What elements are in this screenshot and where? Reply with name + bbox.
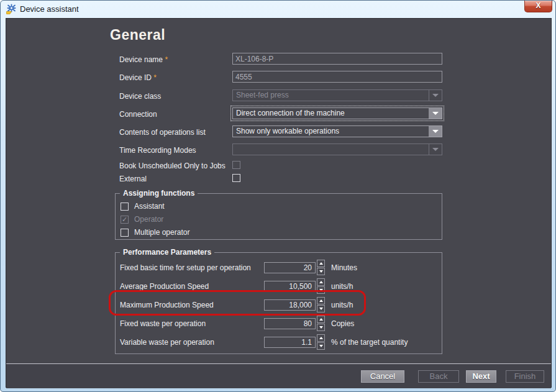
unit-label: units/h (331, 281, 353, 292)
title-bar[interactable]: Device assistant (1, 1, 555, 18)
device-name-label: Device name * (119, 53, 168, 65)
close-button[interactable]: X (524, 1, 552, 12)
spin-up-button[interactable] (317, 334, 325, 342)
dialog-content: General Device name * Device ID * Device… (6, 18, 552, 388)
spin-up-button[interactable] (317, 278, 325, 286)
assistant-row: Assistant (121, 201, 165, 211)
operations-list-label: Contents of operations list (119, 125, 206, 137)
chevron-down-icon[interactable] (429, 126, 442, 137)
required-marker: * (165, 55, 168, 64)
device-id-input[interactable] (232, 71, 442, 83)
setup-time-stepper (317, 260, 325, 276)
spin-down-button[interactable] (317, 305, 325, 312)
maximum-speed-input[interactable] (264, 299, 316, 311)
time-recording-label: Time Recording Modes (119, 144, 196, 155)
connection-label: Connection (119, 107, 157, 119)
variable-waste-stepper (317, 334, 325, 350)
connection-select[interactable]: Direct connection of the machine (232, 107, 442, 119)
average-speed-stepper (317, 278, 325, 294)
page-title: General (110, 27, 165, 43)
fixed-waste-input[interactable] (264, 318, 316, 329)
unit-label: units/h (331, 299, 353, 311)
device-assistant-window: Device assistant X General Device name *… (0, 0, 556, 392)
book-unscheduled-checkbox (232, 161, 240, 169)
unit-label: % of the target quantity (331, 337, 408, 348)
performance-parameters-title: Performance Parameters (120, 248, 214, 257)
app-icon (6, 4, 17, 14)
external-checkbox[interactable] (232, 174, 240, 182)
cancel-button[interactable]: Cancel (361, 370, 404, 383)
device-class-label: Device class (119, 89, 161, 101)
spin-down-button[interactable] (317, 268, 325, 275)
performance-parameters-group: Performance Parameters Fixed basic time … (115, 252, 442, 354)
operator-row: ✓Operator (121, 214, 163, 224)
unit-label: Copies (331, 318, 354, 329)
maximum-speed-row: Maximum Production Speed units/h (116, 299, 442, 311)
device-class-select: Sheet-fed press (232, 89, 442, 101)
average-speed-input[interactable] (264, 281, 316, 292)
next-button[interactable]: Next (466, 370, 496, 383)
spin-up-button[interactable] (317, 297, 325, 304)
operator-checkbox: ✓ (121, 216, 129, 224)
back-button: Back (418, 370, 459, 383)
setup-time-row: Fixed basic time for setup per operation… (116, 262, 442, 274)
multiple-operator-row: Multiple operator (121, 227, 189, 237)
chevron-down-icon (429, 90, 442, 101)
spin-up-button[interactable] (317, 316, 325, 323)
assistant-checkbox[interactable] (121, 203, 129, 211)
chevron-down-icon (429, 144, 442, 155)
spin-down-button[interactable] (317, 286, 325, 294)
required-marker: * (153, 73, 157, 82)
multiple-operator-checkbox[interactable] (121, 229, 129, 237)
variable-waste-row: Variable waste per operation % of the ta… (116, 337, 442, 349)
operations-list-select[interactable]: Show only workable operations (232, 125, 442, 137)
spin-down-button[interactable] (317, 342, 325, 350)
fixed-waste-row: Fixed waste per operation Copies (116, 318, 442, 330)
finish-button: Finish (506, 370, 544, 383)
external-label: External (119, 173, 147, 183)
footer-bar: Cancel Back Next Finish (6, 364, 551, 388)
device-id-label: Device ID * (119, 71, 157, 83)
setup-time-input[interactable] (264, 262, 316, 273)
variable-waste-input[interactable] (264, 337, 316, 348)
spin-down-button[interactable] (317, 324, 325, 331)
assigning-functions-group: Assigning functions Assistant ✓Operator … (115, 193, 442, 240)
maximum-speed-stepper (317, 297, 325, 313)
average-speed-row: Average Production Speed units/h (116, 281, 442, 293)
unit-label: Minutes (331, 262, 357, 273)
window-title: Device assistant (20, 4, 79, 14)
fixed-waste-stepper (317, 316, 325, 332)
assigning-functions-title: Assigning functions (120, 189, 198, 198)
time-recording-select (232, 144, 442, 155)
book-unscheduled-label: Book Unscheduled Only to Jobs (119, 160, 226, 170)
device-name-input[interactable] (232, 53, 442, 65)
spin-up-button[interactable] (317, 260, 325, 267)
chevron-down-icon[interactable] (429, 108, 442, 119)
